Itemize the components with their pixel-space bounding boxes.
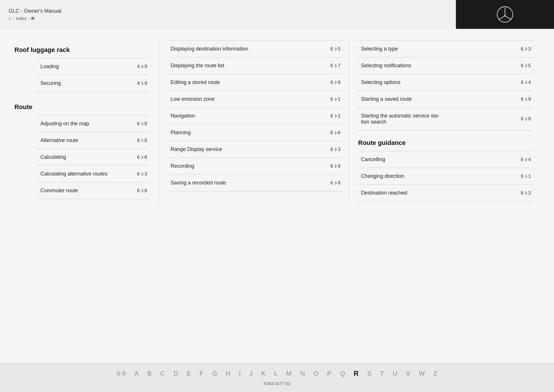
alpha-w[interactable]: W <box>419 370 425 377</box>
alphabet-row: 0-9 A B C D E F G H I J K L M N O P Q R … <box>117 369 437 378</box>
page-ref-saving-route: 69 <box>320 175 343 191</box>
col3-table-top: Selecting a type 63 Selecting notificati… <box>358 40 534 130</box>
page-ref-cancelling: 64 <box>511 151 534 168</box>
item-navigation: Navigation <box>168 108 320 124</box>
alpha-z[interactable]: Z <box>433 370 437 377</box>
ref-arrow-icon <box>334 148 338 152</box>
roof-luggage-rack-table-wrapper: Loading 49 Securing 49 <box>38 58 150 92</box>
breadcrumb-home-icon[interactable]: ⌂ <box>9 16 11 21</box>
alpha-v[interactable]: V <box>406 370 410 377</box>
alpha-q[interactable]: Q <box>340 370 345 377</box>
table-row[interactable]: Changing direction 61 <box>358 168 534 185</box>
ref-arrow-icon <box>524 191 528 195</box>
col3-table-bottom: Cancelling 64 Changing direction 61 <box>358 151 534 201</box>
alpha-j[interactable]: J <box>249 370 252 377</box>
footer: 0-9 A B C D E F G H I J K L M N O P Q R … <box>0 363 554 392</box>
alpha-l[interactable]: L <box>274 370 278 377</box>
item-starting-saved-route: Starting a saved route <box>358 91 511 108</box>
breadcrumb-index[interactable]: Index <box>16 16 27 21</box>
table-row[interactable]: Saving a recorded route 69 <box>168 175 343 191</box>
ref-arrow-icon <box>140 65 144 69</box>
alpha-p[interactable]: P <box>327 370 332 377</box>
alpha-c[interactable]: C <box>160 370 165 377</box>
header-left: GLC - Owner's Manual ⌂ › Index › R <box>9 8 61 21</box>
section-route-guidance: Route guidance <box>358 139 534 147</box>
table-row[interactable]: Destination reached 63 <box>358 185 534 201</box>
table-row[interactable]: Commuter route 68 <box>38 182 150 199</box>
alpha-m[interactable]: M <box>286 370 291 377</box>
ref-arrow-icon <box>140 172 144 176</box>
page-ref-dest-info: 65 <box>320 41 343 57</box>
svg-line-3 <box>499 16 505 20</box>
table-row[interactable]: Displaying the route list 67 <box>168 57 343 74</box>
table-row[interactable]: Planning 66 <box>168 124 343 141</box>
alpha-09[interactable]: 0-9 <box>117 370 126 377</box>
column-2: Displaying destination information 65 Di… <box>159 40 349 201</box>
alpha-g[interactable]: G <box>212 370 217 377</box>
ref-arrow-icon <box>334 131 338 135</box>
table-row[interactable]: Calculating alternative routes 63 <box>38 166 150 182</box>
alpha-a[interactable]: A <box>134 370 139 377</box>
table-row[interactable]: Selecting a type 63 <box>358 41 534 57</box>
ref-arrow-icon <box>334 97 338 101</box>
ref-arrow-icon <box>524 174 528 178</box>
table-row[interactable]: Low emission zone 61 <box>168 91 343 108</box>
table-row[interactable]: Displaying destination information 65 <box>168 41 343 57</box>
alpha-h[interactable]: H <box>226 370 230 377</box>
table-row[interactable]: Recording 69 <box>168 158 343 175</box>
page-ref-auto-search: 69 <box>511 108 534 130</box>
alpha-o[interactable]: O <box>314 370 319 377</box>
page-ref-edit-route: 69 <box>320 74 343 91</box>
table-row[interactable]: Selecting options 64 <box>358 74 534 91</box>
page-ref-select-notif: 65 <box>511 57 534 74</box>
ref-arrow-icon <box>334 114 338 118</box>
table-row[interactable]: Securing 49 <box>38 75 150 92</box>
alpha-d[interactable]: D <box>173 370 178 377</box>
route-table: Adjusting on the map 68 Alternative rout… <box>38 115 150 199</box>
ref-arrow-icon <box>140 155 144 159</box>
ref-arrow-icon <box>140 139 144 143</box>
page-ref-changing-dir: 61 <box>511 168 534 185</box>
page-ref-destination-reached: 63 <box>511 185 534 201</box>
footer-code: F254 0177 02 <box>264 381 291 386</box>
breadcrumb-sep2: › <box>28 16 29 20</box>
item-planning: Planning <box>168 124 320 141</box>
alpha-f[interactable]: F <box>200 370 203 377</box>
column-1: Roof luggage rack Loading 49 Securing <box>14 40 159 201</box>
table-row[interactable]: Alternative route 68 <box>38 132 150 149</box>
route-table-wrapper: Adjusting on the map 68 Alternative rout… <box>38 115 150 199</box>
ref-arrow-icon <box>334 47 338 51</box>
table-row[interactable]: Cancelling 64 <box>358 151 534 168</box>
table-row[interactable]: Loading 49 <box>38 58 150 75</box>
alpha-s[interactable]: S <box>367 370 372 377</box>
page-ref-navigation: 62 <box>320 108 343 124</box>
page-ref-loading: 49 <box>127 58 150 75</box>
page-ref-recording: 69 <box>320 158 343 175</box>
table-row[interactable]: Starting a saved route 69 <box>358 91 534 108</box>
table-row[interactable]: Editing a stored route 69 <box>168 74 343 91</box>
ref-arrow-icon <box>334 81 338 85</box>
logo-background <box>456 0 554 29</box>
table-row[interactable]: Navigation 62 <box>168 108 343 124</box>
ref-arrow-icon <box>524 81 528 85</box>
alpha-u[interactable]: U <box>393 370 397 377</box>
alpha-e[interactable]: E <box>187 370 191 377</box>
item-starting-auto-search: Starting the automatic service sta-tion … <box>358 108 511 130</box>
svg-point-5 <box>504 15 506 16</box>
table-row[interactable]: Calculating 68 <box>38 149 150 166</box>
item-loading: Loading <box>38 58 127 75</box>
alpha-b[interactable]: B <box>147 370 152 377</box>
item-displaying-route-list: Displaying the route list <box>168 57 320 74</box>
table-row[interactable]: Selecting notifications 65 <box>358 57 534 74</box>
table-row[interactable]: Range Display service 63 <box>168 141 343 158</box>
alpha-t[interactable]: T <box>380 370 384 377</box>
manual-title: GLC - Owner's Manual <box>9 8 61 14</box>
alpha-n[interactable]: N <box>300 370 305 377</box>
alpha-i[interactable]: I <box>239 370 241 377</box>
page-ref-select-type: 63 <box>511 41 534 57</box>
alpha-k[interactable]: K <box>261 370 265 377</box>
item-saving-recorded-route: Saving a recorded route <box>168 175 320 191</box>
table-row[interactable]: Adjusting on the map 68 <box>38 115 150 132</box>
alpha-r[interactable]: R <box>354 369 359 378</box>
table-row[interactable]: Starting the automatic service sta-tion … <box>358 108 534 130</box>
